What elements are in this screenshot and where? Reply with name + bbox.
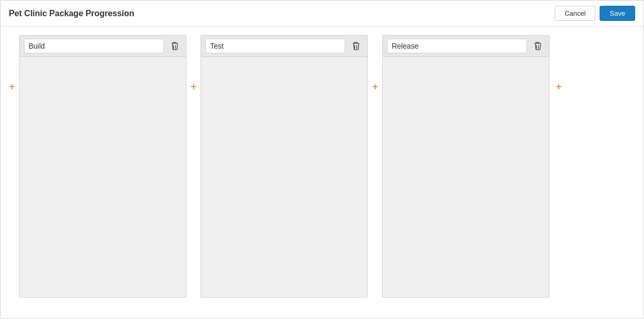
add-column-after-test: + <box>370 35 380 97</box>
delete-column-build-button[interactable] <box>167 39 182 53</box>
column-name-input-build[interactable] <box>24 39 164 53</box>
column-body-build <box>19 57 186 298</box>
column-name-input-release[interactable] <box>387 39 527 53</box>
trash-icon <box>170 41 179 51</box>
column-build <box>19 35 186 298</box>
column-header-release <box>382 35 549 57</box>
header-actions: Cancel Save <box>555 6 635 21</box>
add-column-button-0[interactable]: + <box>7 77 17 97</box>
header: Pet Clinic Package Progression Cancel Sa… <box>1 1 643 27</box>
page-title: Pet Clinic Package Progression <box>9 9 134 18</box>
delete-column-test-button[interactable] <box>348 39 363 53</box>
cancel-button[interactable]: Cancel <box>555 6 595 21</box>
add-column-after-build: + <box>189 35 199 97</box>
column-body-test <box>201 57 368 298</box>
delete-column-release-button[interactable] <box>530 39 545 53</box>
save-button[interactable]: Save <box>600 6 635 21</box>
column-header-build <box>19 35 186 57</box>
column-test <box>201 35 368 298</box>
add-column-after-release: + <box>554 35 564 97</box>
column-name-input-test[interactable] <box>205 39 345 53</box>
column-release <box>382 35 549 298</box>
add-column-button-2[interactable]: + <box>370 77 380 97</box>
main-content: + + <box>1 27 643 318</box>
trash-icon <box>533 41 542 51</box>
column-body-release <box>382 57 549 298</box>
add-column-before-first: + <box>7 35 17 97</box>
column-header-test <box>201 35 368 57</box>
app-container: Pet Clinic Package Progression Cancel Sa… <box>0 0 644 319</box>
trash-icon <box>352 41 360 51</box>
add-column-button-1[interactable]: + <box>189 77 199 97</box>
add-column-button-3[interactable]: + <box>554 77 564 97</box>
